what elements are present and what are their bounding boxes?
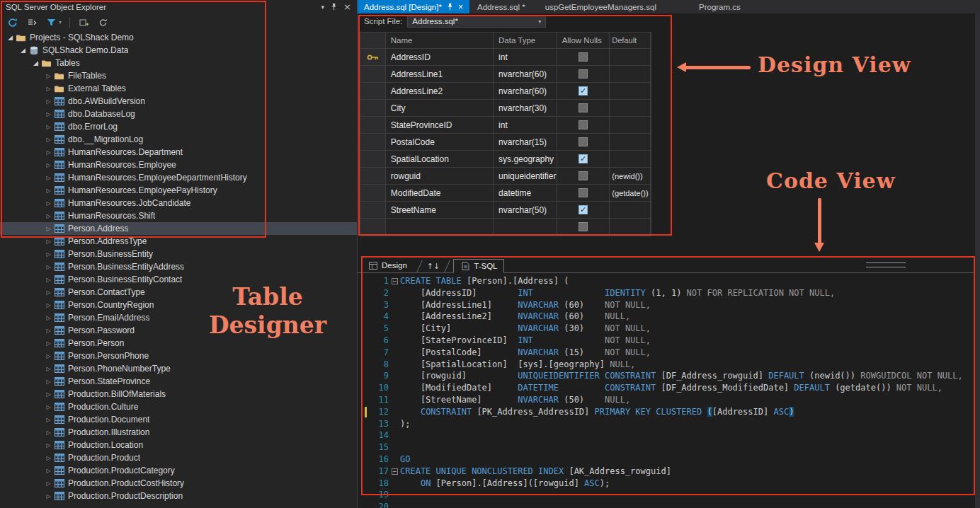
expand-arrow-icon[interactable]: ▷ (44, 391, 53, 398)
code-line[interactable]: 12 CONSTRAINT [PK_Address_AddressID] PRI… (362, 406, 975, 418)
tree-item-humanresources-employee[interactable]: ▷HumanResources.Employee (0, 158, 357, 171)
chevron-down-icon[interactable]: ▾ (59, 19, 62, 25)
code-line[interactable]: 18 ON [Person].[Address]([rowguid] ASC); (362, 478, 975, 490)
allow-nulls-checkbox[interactable] (579, 103, 588, 112)
splitter-grip-icon[interactable] (866, 262, 906, 267)
cell-data-type[interactable]: sys.geography (494, 151, 557, 168)
cell-name[interactable]: StateProvinceID (386, 117, 494, 134)
tree-item-production-product[interactable]: ▷Production.Product (0, 451, 357, 464)
cell-name[interactable]: AddressLine1 (386, 66, 494, 83)
tree-item-person-person[interactable]: ▷Person.Person (0, 337, 357, 350)
cell-name[interactable] (386, 219, 494, 236)
cell-default[interactable] (610, 66, 651, 83)
expand-arrow-icon[interactable]: ▷ (44, 111, 53, 117)
tree-item-person-phonenumbertype[interactable]: ▷Person.PhoneNumberType (0, 362, 357, 375)
collapse-arrow-icon[interactable]: ◢ (18, 47, 28, 54)
code-line[interactable]: 8 [SpatialLocation] [sys].[geography] NU… (362, 359, 975, 371)
cell-data-type[interactable]: nvarchar(50) (494, 202, 557, 219)
tree-item-filetables[interactable]: ▷FileTables (0, 69, 357, 82)
cell-name[interactable]: ModifiedDate (386, 185, 494, 202)
cell-default[interactable]: (newid()) (610, 168, 651, 185)
expand-arrow-icon[interactable]: ▷ (44, 175, 53, 181)
expand-arrow-icon[interactable]: ▷ (44, 442, 53, 449)
code-line[interactable]: 2 [AddressID] INT IDENTITY (1, 1) NOT FO… (362, 287, 975, 299)
cell-data-type[interactable] (494, 219, 557, 236)
cell-data-type[interactable]: datetime (494, 185, 557, 202)
cell-name[interactable]: SpatialLocation (386, 151, 494, 168)
tree-item-humanresources-shift[interactable]: ▷HumanResources.Shift (0, 209, 357, 222)
tree-item-person-personphone[interactable]: ▷Person.PersonPhone (0, 350, 357, 362)
column-header-name[interactable]: Name (386, 33, 494, 49)
cell-default[interactable] (610, 100, 651, 117)
cell-data-type[interactable]: uniqueidentifier (494, 168, 557, 185)
row-selector[interactable] (360, 151, 386, 168)
cell-default[interactable] (610, 117, 651, 134)
tree-item-humanresources-employeedepartmenthistory[interactable]: ▷HumanResources.EmployeeDepartmentHistor… (0, 171, 357, 184)
tree-item-person-businessentity[interactable]: ▷Person.BusinessEntity (0, 248, 357, 260)
code-line[interactable]: 16GO (362, 454, 975, 466)
cell-default[interactable] (610, 134, 651, 151)
row-selector[interactable] (360, 83, 386, 100)
cell-data-type[interactable]: nvarchar(15) (494, 134, 557, 151)
tree-item-production-document[interactable]: ▷Production.Document (0, 413, 357, 426)
expand-arrow-icon[interactable]: ▷ (44, 289, 53, 296)
tree-item-person-emailaddress[interactable]: ▷Person.EmailAddress (0, 311, 357, 324)
code-line[interactable]: 11 [StreetName] NVARCHAR (50) NULL, (362, 394, 975, 406)
pin-icon[interactable] (331, 3, 337, 11)
tree-item-external-tables[interactable]: ▷External Tables (0, 82, 357, 95)
tree-item-tables[interactable]: ◢Tables (0, 57, 357, 69)
cell-name[interactable]: StreetName (386, 202, 494, 219)
column-header-data-type[interactable]: Data Type (494, 33, 557, 49)
tree-item-person-address[interactable]: ▷Person.Address (0, 222, 357, 235)
tree-item-person-addresstype[interactable]: ▷Person.AddressType (0, 235, 357, 248)
collapse-all-icon[interactable] (26, 17, 38, 28)
row-selector[interactable] (360, 168, 386, 185)
expand-arrow-icon[interactable]: ▷ (44, 124, 53, 130)
expand-arrow-icon[interactable]: ▷ (44, 379, 53, 385)
row-selector[interactable] (360, 66, 386, 83)
expand-arrow-icon[interactable]: ▷ (44, 340, 53, 347)
tab-design[interactable]: Design (362, 258, 414, 272)
cell-default[interactable] (610, 151, 651, 168)
expand-arrow-icon[interactable]: ▷ (44, 455, 53, 461)
row-selector[interactable] (360, 117, 386, 134)
tree-item-person-password[interactable]: ▷Person.Password (0, 324, 357, 337)
expand-arrow-icon[interactable]: ▷ (44, 213, 53, 219)
code-line[interactable]: 9 [rowguid] UNIQUEIDENTIFIER CONSTRAINT … (362, 370, 975, 382)
expand-arrow-icon[interactable]: ▷ (44, 480, 53, 487)
cell-default[interactable]: (getdate()) (610, 185, 651, 202)
cell-data-type[interactable]: int (494, 49, 557, 66)
code-line[interactable]: 5 [City] NVARCHAR (30) NOT NULL, (362, 323, 975, 335)
cell-default[interactable] (610, 202, 651, 219)
tab-tsql[interactable]: T-SQL (453, 259, 504, 273)
tree-item-production-productdescription[interactable]: ▷Production.ProductDescription (0, 490, 357, 502)
expand-arrow-icon[interactable]: ▷ (44, 187, 53, 194)
tree-item-production-illustration[interactable]: ▷Production.Illustration (0, 426, 357, 439)
expand-arrow-icon[interactable]: ▷ (44, 226, 53, 232)
code-line[interactable]: 17−CREATE UNIQUE NONCLUSTERED INDEX [AK_… (362, 466, 975, 478)
expand-arrow-icon[interactable]: ▷ (44, 328, 53, 334)
tree-item-dbo-databaselog[interactable]: ▷dbo.DatabaseLog (0, 108, 357, 120)
tree-item-person-countryregion[interactable]: ▷Person.CountryRegion (0, 299, 357, 311)
window-menu-chevron-icon[interactable]: ▾ (321, 4, 325, 11)
expand-arrow-icon[interactable]: ▷ (44, 98, 53, 105)
expand-arrow-icon[interactable]: ▷ (44, 73, 53, 79)
collapse-arrow-icon[interactable]: ◢ (31, 59, 40, 67)
code-line[interactable]: 1−CREATE TABLE [Person].[Address] ( (362, 275, 975, 287)
tree-item-dbo-awbuildversion[interactable]: ▷dbo.AWBuildVersion (0, 95, 357, 108)
document-tab-address-sql-design[interactable]: Address.sql [Design]*× (358, 0, 469, 13)
expand-arrow-icon[interactable]: ▷ (44, 149, 53, 156)
allow-nulls-checkbox[interactable] (579, 137, 588, 146)
document-tab-uspgetemployeemanagers-sql[interactable]: uspGetEmployeeManagers.sql (539, 0, 663, 13)
cell-name[interactable]: PostalCode (386, 134, 494, 151)
code-line[interactable]: 19 (362, 489, 975, 501)
expand-arrow-icon[interactable]: ▷ (44, 429, 53, 436)
allow-nulls-checkbox[interactable] (579, 171, 588, 180)
cell-data-type[interactable]: nvarchar(30) (494, 100, 557, 117)
expand-arrow-icon[interactable]: ▷ (44, 366, 53, 372)
tree-item-humanresources-department[interactable]: ▷HumanResources.Department (0, 146, 357, 158)
tree-item-dbo-errorlog[interactable]: ▷dbo.ErrorLog (0, 120, 357, 133)
tree-item-person-contacttype[interactable]: ▷Person.ContactType (0, 286, 357, 299)
close-icon[interactable]: × (343, 2, 351, 11)
code-line[interactable]: 20 (362, 501, 975, 508)
